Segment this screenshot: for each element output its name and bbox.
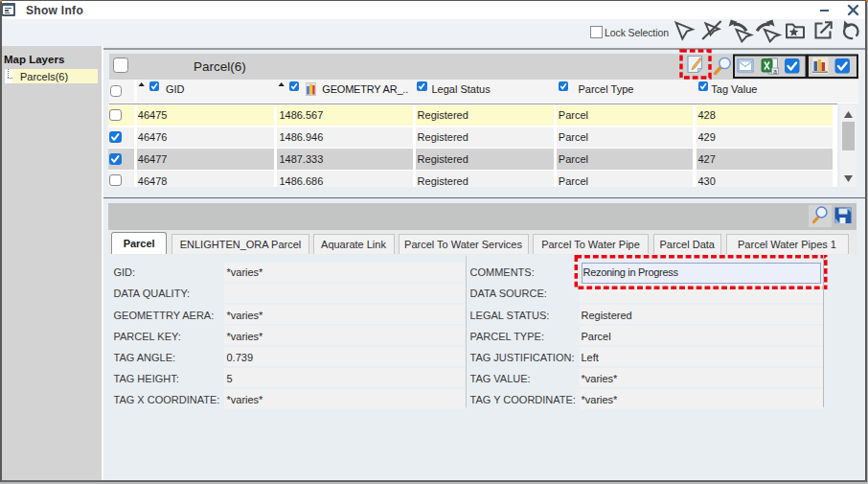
svg-text:a: a bbox=[773, 68, 777, 75]
